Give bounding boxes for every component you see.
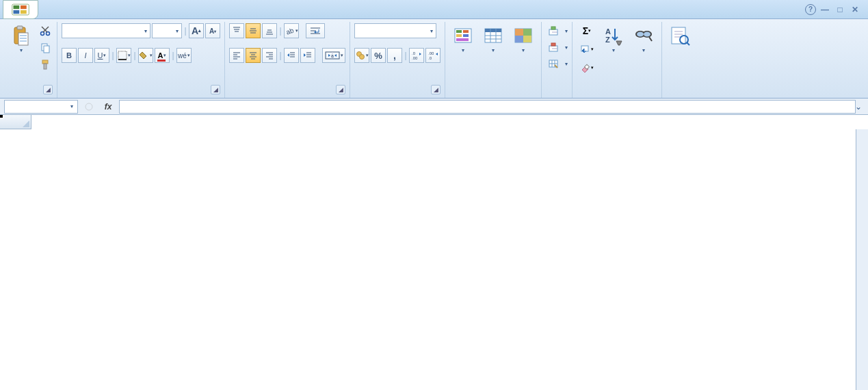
align-middle-button[interactable]	[246, 23, 261, 38]
svg-rect-6	[17, 26, 23, 29]
svg-rect-76	[515, 36, 523, 42]
fill-button[interactable]: ▾	[577, 42, 597, 57]
decrease-decimal-button[interactable]: .00.0	[425, 48, 440, 63]
invoice-check-button[interactable]	[666, 23, 694, 49]
format-painter-button[interactable]	[38, 57, 53, 73]
currency-button[interactable]: ▾	[354, 48, 369, 63]
svg-rect-75	[523, 29, 531, 36]
svg-rect-3	[14, 10, 20, 13]
svg-line-97	[649, 37, 652, 41]
group-styles: ▾ ▾ ▾	[445, 22, 542, 98]
align-center-button[interactable]	[246, 48, 261, 63]
svg-rect-65	[463, 34, 469, 37]
cell-styles-button[interactable]: ▾	[510, 23, 537, 55]
ribbon: ▾ ◢ ▾ ▾ | A▴ A▾ B I U▾ |	[0, 19, 868, 99]
svg-rect-74	[515, 29, 523, 36]
svg-point-95	[644, 32, 650, 37]
office-button[interactable]	[3, 0, 38, 19]
font-name-combo[interactable]: ▾	[62, 23, 150, 38]
cancel-icon[interactable]	[82, 101, 96, 113]
align-top-button[interactable]	[229, 23, 244, 38]
format-as-table-button[interactable]: ▾	[479, 23, 507, 55]
select-all-corner[interactable]	[0, 115, 31, 129]
fill-color-button[interactable]: ▾	[138, 48, 153, 63]
svg-rect-68	[485, 29, 501, 32]
delete-cells-button[interactable]: ▾	[546, 40, 568, 55]
merge-center-button[interactable]: a▾	[322, 48, 345, 63]
decrease-indent-button[interactable]	[284, 48, 299, 63]
expand-formula-bar-icon[interactable]: ⌄	[853, 101, 864, 112]
svg-text:Z: Z	[605, 36, 610, 44]
svg-text:.00: .00	[412, 56, 418, 60]
restore-icon[interactable]: □	[834, 4, 846, 15]
align-left-button[interactable]	[229, 48, 244, 63]
cut-button[interactable]	[38, 23, 53, 38]
italic-button[interactable]: I	[78, 48, 93, 63]
svg-text:.0: .0	[428, 56, 432, 60]
find-select-button[interactable]: ▾	[630, 23, 657, 55]
svg-rect-63	[463, 30, 469, 33]
clear-button[interactable]: ▾	[577, 60, 597, 75]
font-color-button[interactable]: A▾	[155, 48, 170, 63]
comma-button[interactable]: ,	[387, 48, 402, 63]
name-box[interactable]: ▾	[4, 100, 78, 114]
group-clipboard: ▾ ◢	[3, 22, 57, 98]
window-controls: ? — □ ✕	[805, 4, 868, 15]
svg-point-94	[637, 32, 644, 37]
svg-text:A: A	[605, 27, 611, 36]
svg-point-56	[359, 55, 364, 60]
phonetic-button[interactable]: wé▾	[176, 48, 192, 63]
dialog-launcher-icon[interactable]: ◢	[43, 85, 53, 94]
align-bottom-button[interactable]	[262, 23, 277, 38]
spreadsheet-grid	[0, 115, 868, 390]
shrink-font-button[interactable]: A▾	[205, 23, 220, 38]
svg-rect-18	[44, 64, 47, 69]
increase-decimal-button[interactable]: .0.00	[409, 48, 424, 63]
fx-button[interactable]: fx	[101, 101, 115, 113]
sort-filter-button[interactable]: AZ ▾	[600, 23, 627, 55]
paste-button[interactable]: ▾	[8, 23, 35, 55]
copy-button[interactable]	[38, 40, 53, 55]
vertical-scrollbar[interactable]	[856, 129, 868, 390]
close-icon[interactable]: ✕	[849, 4, 861, 15]
formula-input[interactable]	[119, 100, 856, 114]
increase-indent-button[interactable]	[300, 48, 315, 63]
insert-cells-button[interactable]: ▾	[546, 23, 568, 38]
svg-rect-82	[551, 43, 555, 46]
svg-rect-79	[551, 27, 555, 29]
underline-button[interactable]: U▾	[94, 48, 109, 63]
help-icon[interactable]: ?	[805, 4, 816, 15]
group-number: ▾ ▾ % , | .0.00 .00.0 ◢	[350, 22, 445, 98]
svg-rect-7	[18, 33, 28, 45]
svg-rect-66	[456, 38, 469, 41]
dialog-launcher-icon[interactable]: ◢	[211, 85, 220, 94]
group-alignment: | ab▾ | a▾ ◢	[225, 22, 350, 98]
dialog-launcher-icon[interactable]: ◢	[336, 85, 345, 94]
percent-button[interactable]: %	[371, 48, 386, 63]
svg-text:.00: .00	[428, 51, 434, 55]
format-cells-button[interactable]: ▾	[546, 56, 568, 71]
font-size-combo[interactable]: ▾	[152, 23, 182, 38]
wrap-text-button[interactable]	[306, 23, 325, 38]
svg-line-103	[687, 42, 689, 45]
svg-rect-77	[523, 36, 531, 42]
formula-bar: ▾ fx ⌄	[0, 99, 868, 115]
minimize-icon[interactable]: —	[819, 4, 831, 15]
svg-text:a: a	[331, 53, 334, 58]
bold-button[interactable]: B	[62, 48, 77, 63]
group-invoice	[662, 22, 698, 98]
grow-font-button[interactable]: A▴	[189, 23, 204, 38]
group-cells: ▾ ▾ ▾	[542, 22, 573, 98]
align-right-button[interactable]	[262, 48, 277, 63]
group-font: ▾ ▾ | A▴ A▾ B I U▾ | ▾ | ▾ A▾ | wé▾ ◢	[57, 22, 225, 98]
autosum-button[interactable]: Σ▾	[577, 23, 597, 38]
orientation-button[interactable]: ab▾	[284, 23, 299, 38]
svg-rect-2	[21, 5, 27, 8]
conditional-format-button[interactable]: ▾	[449, 23, 477, 55]
svg-rect-19	[118, 51, 127, 60]
svg-point-104	[86, 103, 92, 110]
number-format-combo[interactable]: ▾	[354, 23, 436, 38]
dialog-launcher-icon[interactable]: ◢	[431, 85, 440, 94]
svg-rect-62	[456, 30, 462, 33]
border-button[interactable]: ▾	[116, 48, 131, 63]
